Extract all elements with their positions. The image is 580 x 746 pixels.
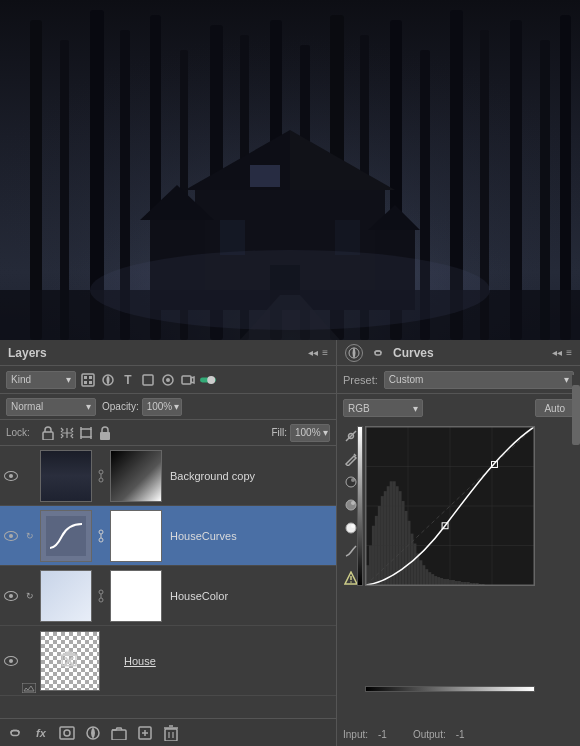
svg-rect-121 [458,581,461,585]
properties-panel-title: Curves [393,346,434,360]
blend-mode-select[interactable]: Normal ▾ [6,398,96,416]
eye-icon [4,471,18,481]
layer-group-button[interactable] [110,724,128,742]
canvas-image [0,0,580,340]
layer-adjustment-button[interactable] [84,724,102,742]
layers-menu-btn[interactable]: ≡ [322,347,328,358]
svg-rect-31 [335,220,360,255]
pixel-filter-icon[interactable] [80,372,96,388]
kind-filter-select[interactable]: Kind ▾ [6,371,76,389]
layer-filter-toolbar: Kind ▾ T [0,366,336,394]
svg-point-83 [351,501,355,505]
properties-collapse-btn[interactable]: ◂◂ [552,347,562,358]
layers-collapse-btn[interactable]: ◂◂ [308,347,318,358]
svg-rect-30 [220,220,245,255]
filter-switch-icon[interactable] [200,372,216,388]
svg-rect-119 [452,580,455,585]
channel-dropdown-icon: ▾ [413,403,418,414]
svg-point-35 [90,250,490,330]
smart-filter-icon[interactable] [160,372,176,388]
svg-rect-45 [182,376,191,384]
layer-row[interactable]: Background copy [0,446,336,506]
shape-filter-icon[interactable] [140,372,156,388]
curves-graph-container [337,422,580,722]
opacity-value-input[interactable]: 100% ▾ [142,398,182,416]
svg-rect-58 [46,516,86,556]
svg-rect-49 [81,429,91,437]
channel-row: RGB ▾ Auto [337,394,580,422]
layer-list: Background copy ↻ [0,446,336,718]
layer-chain-icon [94,469,108,483]
svg-rect-42 [143,375,153,385]
layer-delete-button[interactable] [162,724,180,742]
layer-row[interactable]: 🏚 House [0,626,336,696]
preset-label: Preset: [343,374,378,386]
preset-dropdown-icon: ▾ [564,374,569,385]
video-filter-icon[interactable] [180,372,196,388]
lock-artboard-icon[interactable] [78,426,94,440]
layer-visibility-toggle[interactable] [0,591,22,601]
svg-rect-66 [60,727,74,739]
svg-rect-100 [396,486,399,585]
layer-name: HouseColor [164,590,336,602]
input-output-row: Input: -1 Output: -1 [337,722,580,746]
svg-point-55 [99,470,103,474]
input-label: Input: [343,729,368,740]
layer-visibility-toggle[interactable] [0,656,22,666]
curves-input-gradient [365,686,535,692]
svg-rect-113 [434,576,437,585]
preset-row: Preset: Custom ▾ [337,366,580,394]
blend-dropdown-icon: ▾ [86,401,91,412]
layer-mask-thumbnail [110,450,162,502]
svg-rect-39 [84,381,87,384]
svg-rect-102 [402,501,405,585]
layer-visibility-toggle[interactable] [0,471,22,481]
input-value: -1 [378,729,387,740]
svg-point-88 [350,581,352,583]
lock-pixels-icon[interactable] [40,426,56,440]
svg-rect-112 [431,574,434,585]
properties-link-icon[interactable] [369,344,387,362]
layer-new-button[interactable] [136,724,154,742]
lock-position-icon[interactable] [59,426,75,440]
svg-rect-38 [89,376,92,379]
curves-output-gradient [357,426,363,586]
layer-name: House [118,655,336,667]
eye-icon [4,591,18,601]
svg-rect-99 [393,481,396,585]
output-label: Output: [413,729,446,740]
eye-icon [4,531,18,541]
properties-menu-btn[interactable]: ≡ [566,347,572,358]
svg-rect-40 [89,381,92,384]
layer-link-button[interactable] [6,724,24,742]
curves-graph[interactable] [365,426,535,586]
curves-svg [366,427,534,585]
svg-point-60 [99,538,103,542]
layer-visibility-toggle[interactable] [0,531,22,541]
lock-all-icon[interactable] [97,426,113,440]
svg-rect-92 [372,526,375,585]
layer-smart-link-icon: ↻ [22,591,38,601]
layer-mask-button[interactable] [58,724,76,742]
svg-rect-116 [443,579,446,585]
preset-select[interactable]: Custom ▾ [384,371,574,389]
layer-fx-button[interactable]: fx [32,724,50,742]
svg-rect-110 [425,569,428,585]
svg-rect-96 [384,491,387,585]
type-filter-icon[interactable]: T [120,372,136,388]
svg-rect-106 [413,544,416,585]
layer-mask-thumbnail [110,510,162,562]
svg-point-63 [99,598,103,602]
layer-smart-link-icon: ↻ [22,531,38,541]
channel-select[interactable]: RGB ▾ [343,399,423,417]
lock-fill-toolbar: Lock: Fill: 100% ▾ [0,420,336,446]
auto-button[interactable]: Auto [535,399,574,417]
layer-thumbnail: 🏚 [40,631,100,691]
svg-rect-54 [100,432,110,440]
adjustment-filter-icon[interactable] [100,372,116,388]
layer-row[interactable]: ↻ HouseCurves [0,506,336,566]
svg-point-47 [207,376,215,384]
fill-value-input[interactable]: 100% ▾ [290,424,330,442]
svg-rect-91 [369,546,372,586]
layer-row[interactable]: ↻ HouseColor [0,566,336,626]
